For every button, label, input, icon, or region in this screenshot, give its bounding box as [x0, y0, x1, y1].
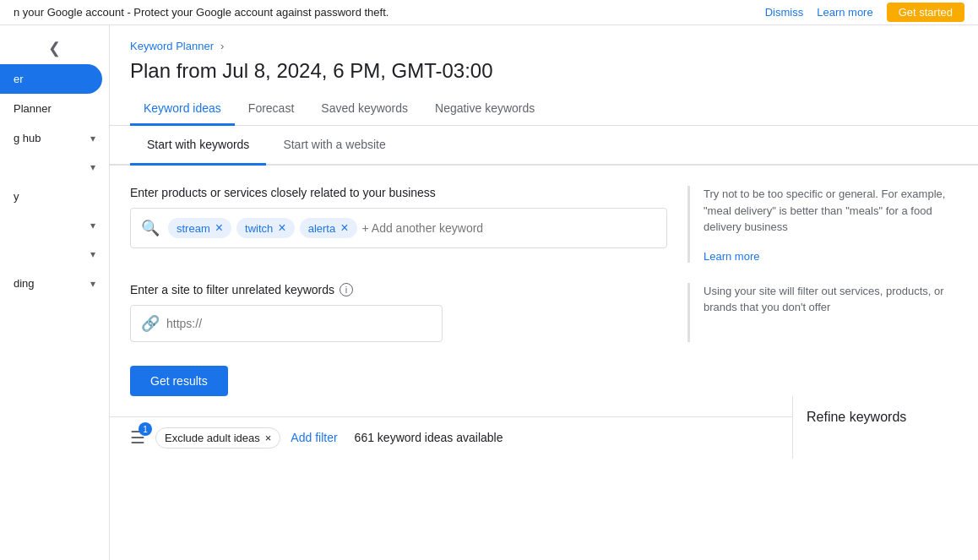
keyword-learn-more-link[interactable]: Learn more — [704, 250, 759, 263]
refine-keywords-panel: Refine keywords — [792, 396, 978, 459]
notification-bar: n your Google account - Protect your Goo… — [0, 0, 978, 25]
notification-actions: Dismiss Learn more Get started — [765, 3, 964, 22]
sidebar-item-section5[interactable]: ▾ — [0, 211, 109, 240]
breadcrumb-separator: › — [220, 40, 224, 52]
sidebar-item-hub[interactable]: g hub ▾ — [0, 123, 109, 153]
exclude-adult-remove-icon[interactable]: × — [265, 432, 272, 444]
chevron-down-icon-5: ▾ — [90, 278, 95, 290]
keyword-section-label: Enter products or services closely relat… — [130, 186, 667, 199]
tip-text: Try not to be too specific or general. F… — [704, 186, 958, 236]
breadcrumb: Keyword Planner › — [110, 25, 978, 52]
link-icon: 🔗 — [141, 314, 160, 333]
chip-remove-alerta[interactable]: × — [340, 221, 348, 235]
chip-remove-twitch[interactable]: × — [278, 221, 285, 235]
search-icon: 🔍 — [141, 219, 160, 237]
bottom-main: ☰ 1 Exclude adult ideas × Add filter 661… — [110, 396, 792, 459]
keyword-chip-alerta: alerta × — [300, 218, 357, 238]
dismiss-button[interactable]: Dismiss — [765, 6, 804, 19]
main-content: Keyword Planner › Plan from Jul 8, 2024,… — [110, 25, 978, 560]
collapse-icon: ❮ — [48, 39, 61, 57]
chevron-down-icon-3: ▾ — [90, 220, 95, 231]
page-title-area: Plan from Jul 8, 2024, 6 PM, GMT-03:00 — [110, 52, 978, 83]
keyword-chip-twitch: twitch × — [236, 218, 295, 238]
tab-forecast[interactable]: Forecast — [235, 93, 307, 126]
site-section-label: Enter a site to filter unrelated keyword… — [130, 283, 334, 296]
sidebar-item-ding[interactable]: ding ▾ — [0, 269, 109, 298]
main-tabs-bar: Keyword ideas Forecast Saved keywords Ne… — [110, 93, 978, 126]
sidebar-item-section3[interactable]: ▾ — [0, 153, 109, 182]
chevron-down-icon-4: ▾ — [90, 248, 95, 260]
notification-message: n your Google account - Protect your Goo… — [14, 6, 765, 19]
tab-saved-keywords[interactable]: Saved keywords — [307, 93, 421, 126]
sidebar-item-y[interactable]: y — [0, 182, 109, 211]
keyword-tip: Try not to be too specific or general. F… — [704, 186, 958, 263]
site-label-row: Enter a site to filter unrelated keyword… — [130, 283, 667, 296]
info-icon[interactable]: i — [340, 283, 353, 296]
breadcrumb-link[interactable]: Keyword Planner — [130, 40, 214, 52]
site-input-box[interactable]: 🔗 — [130, 305, 443, 342]
sidebar: ❮ er Planner g hub ▾ ▾ y ▾ ▾ ding ▾ — [0, 25, 110, 560]
exclude-adult-label: Exclude adult ideas — [165, 432, 260, 444]
chip-text-stream: stream — [177, 222, 210, 235]
form-right-divider — [687, 186, 690, 263]
add-filter-button[interactable]: Add filter — [291, 431, 337, 444]
site-tip-text: Using your site will filter out services… — [704, 283, 958, 316]
form-right-wrapper: Try not to be too specific or general. F… — [687, 186, 958, 263]
get-results-area: Get results — [110, 342, 978, 396]
bottom-content: ☰ 1 Exclude adult ideas × Add filter 661… — [110, 396, 978, 459]
notif-learn-more-button[interactable]: Learn more — [817, 6, 872, 19]
keyword-chip-stream: stream × — [168, 218, 231, 238]
chevron-down-icon-2: ▾ — [90, 161, 95, 173]
chip-text-twitch: twitch — [245, 222, 273, 235]
sidebar-item-section6[interactable]: ▾ — [0, 240, 109, 269]
keyword-text-input[interactable] — [362, 221, 656, 235]
chevron-down-icon: ▾ — [90, 133, 95, 144]
sub-tabs-bar: Start with keywords Start with a website — [110, 126, 978, 166]
bottom-bar: ☰ 1 Exclude adult ideas × Add filter 661… — [110, 416, 792, 459]
site-url-input[interactable] — [166, 317, 432, 330]
get-results-button[interactable]: Get results — [130, 366, 228, 396]
sub-tab-website[interactable]: Start with a website — [266, 126, 402, 166]
get-started-button[interactable]: Get started — [887, 3, 964, 22]
keyword-input-box[interactable]: 🔍 stream × twitch × alerta × — [130, 208, 667, 248]
filter-icon-wrap[interactable]: ☰ 1 — [130, 427, 145, 448]
form-left: Enter products or services closely relat… — [130, 186, 667, 263]
filter-badge: 1 — [139, 422, 152, 436]
refine-title: Refine keywords — [807, 410, 964, 425]
site-form-right-divider — [687, 283, 690, 342]
exclude-adult-chip[interactable]: Exclude adult ideas × — [155, 427, 280, 449]
app-layout: ❮ er Planner g hub ▾ ▾ y ▾ ▾ ding ▾ Keyw… — [0, 25, 978, 560]
chip-text-alerta: alerta — [308, 222, 336, 235]
sidebar-item-planner[interactable]: Planner — [0, 94, 109, 123]
site-form-right-wrapper: Using your site will filter out services… — [687, 283, 958, 342]
page-title: Plan from Jul 8, 2024, 6 PM, GMT-03:00 — [130, 59, 958, 83]
keyword-form-section: Enter products or services closely relat… — [110, 166, 978, 263]
site-filter-section: Enter a site to filter unrelated keyword… — [110, 263, 978, 342]
tab-negative-keywords[interactable]: Negative keywords — [421, 93, 548, 126]
site-tip: Using your site will filter out services… — [704, 283, 958, 342]
sidebar-item-active[interactable]: er — [0, 64, 102, 94]
site-form-left: Enter a site to filter unrelated keyword… — [130, 283, 667, 342]
chip-remove-stream[interactable]: × — [215, 221, 223, 235]
ideas-count: 661 keyword ideas available — [355, 431, 503, 444]
sidebar-collapse-button[interactable]: ❮ — [0, 32, 109, 64]
tab-keyword-ideas[interactable]: Keyword ideas — [130, 93, 235, 126]
sub-tab-keywords[interactable]: Start with keywords — [130, 126, 266, 166]
